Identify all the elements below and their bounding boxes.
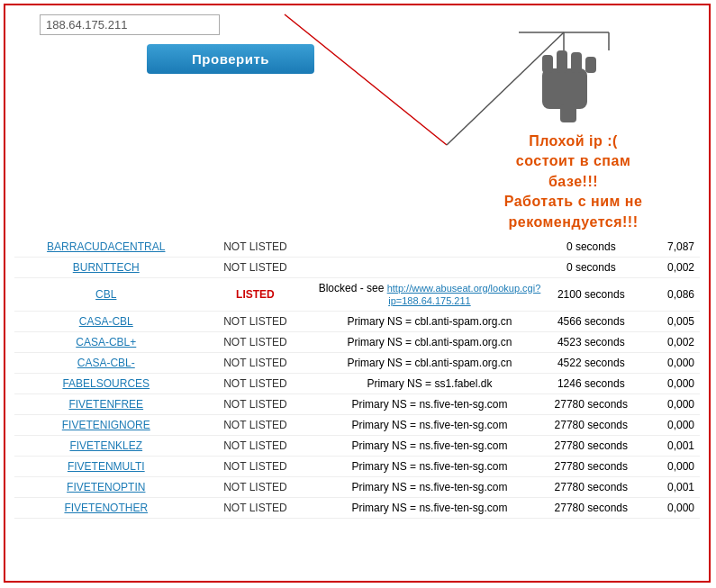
table-row: BURNTTECHNOT LISTED0 seconds0,002 xyxy=(14,257,700,277)
row-time: 4523 seconds xyxy=(547,331,636,352)
row-status: NOT LISTED xyxy=(198,414,313,435)
row-status: NOT LISTED xyxy=(198,257,313,277)
results-table: BARRACUDACENTRALNOT LISTED0 seconds7,087… xyxy=(14,237,700,519)
table-row: FIVETENOPTINNOT LISTEDPrimary NS = ns.fi… xyxy=(14,476,700,497)
row-status: LISTED xyxy=(198,277,313,311)
svg-rect-8 xyxy=(557,50,567,73)
row-info: Primary NS = ns.five-ten-sg.com xyxy=(313,476,546,497)
table-row: FABELSOURCESNOT LISTEDPrimary NS = ss1.f… xyxy=(14,373,700,394)
row-time: 0 seconds xyxy=(547,237,636,258)
ip-row xyxy=(32,14,447,35)
row-time: 27780 seconds xyxy=(547,394,636,414)
check-button[interactable]: Проверить xyxy=(147,44,314,74)
table-row: CASA-CBLNOT LISTEDPrimary NS = cbl.anti-… xyxy=(14,311,700,331)
row-score: 0,000 xyxy=(636,456,700,476)
right-section: Плохой ip :( состоит в спам базе!!! Рабо… xyxy=(447,14,700,232)
row-status: NOT LISTED xyxy=(198,311,313,331)
row-status: NOT LISTED xyxy=(198,331,313,352)
table-row: CBLLISTEDBlocked - see http://www.abusea… xyxy=(14,277,700,311)
row-score: 0,002 xyxy=(636,257,700,277)
main-container: Проверить Плохой ip : xyxy=(4,4,711,583)
table-container: BARRACUDACENTRALNOT LISTED0 seconds7,087… xyxy=(5,237,709,519)
row-name-link[interactable]: FABELSOURCES xyxy=(62,377,150,390)
row-time: 4522 seconds xyxy=(547,352,636,373)
row-info: Primary NS = cbl.anti-spam.org.cn xyxy=(313,311,546,331)
row-time: 2100 seconds xyxy=(547,277,636,311)
table-row: CASA-CBL+NOT LISTEDPrimary NS = cbl.anti… xyxy=(14,331,700,352)
row-name-link[interactable]: BARRACUDACENTRAL xyxy=(47,240,165,253)
row-info: Primary NS = ns.five-ten-sg.com xyxy=(313,435,546,456)
bad-ip-text: Плохой ip :( состоит в спам базе!!! Рабо… xyxy=(504,131,643,232)
table-row: FIVETENIGNORENOT LISTEDPrimary NS = ns.f… xyxy=(14,414,700,435)
thumbs-down-icon xyxy=(515,19,632,127)
row-name-link[interactable]: CASA-CBL- xyxy=(77,357,135,369)
row-name-link[interactable]: FIVETENOTHER xyxy=(64,502,148,514)
row-name-link[interactable]: CASA-CBL xyxy=(79,315,133,328)
row-score: 0,001 xyxy=(636,476,700,497)
row-info: Primary NS = ss1.fabel.dk xyxy=(313,373,546,394)
row-time: 27780 seconds xyxy=(547,476,636,497)
row-score: 0,000 xyxy=(636,497,700,518)
row-name-link[interactable]: FIVETENOPTIN xyxy=(67,481,145,493)
row-time: 27780 seconds xyxy=(547,497,636,518)
row-status: NOT LISTED xyxy=(198,352,313,373)
row-score: 0,000 xyxy=(636,352,700,373)
row-status: NOT LISTED xyxy=(198,456,313,476)
row-status: NOT LISTED xyxy=(198,394,313,414)
row-score: 0,086 xyxy=(636,277,700,311)
row-info xyxy=(313,257,546,277)
table-row: BARRACUDACENTRALNOT LISTED0 seconds7,087 xyxy=(14,237,700,258)
row-info: Primary NS = cbl.anti-spam.org.cn xyxy=(313,352,546,373)
table-row: FIVETENOTHERNOT LISTEDPrimary NS = ns.fi… xyxy=(14,497,700,518)
row-info: Primary NS = ns.five-ten-sg.com xyxy=(313,414,546,435)
row-info: Primary NS = cbl.anti-spam.org.cn xyxy=(313,331,546,352)
row-name-link[interactable]: FIVETENFREE xyxy=(68,398,143,411)
ip-input[interactable] xyxy=(40,14,220,35)
row-time: 27780 seconds xyxy=(547,414,636,435)
row-score: 0,000 xyxy=(636,373,700,394)
svg-rect-10 xyxy=(585,57,596,73)
table-row: CASA-CBL-NOT LISTEDPrimary NS = cbl.anti… xyxy=(14,352,700,373)
row-name-link[interactable]: FIVETENIGNORE xyxy=(62,419,150,431)
cbl-info-link[interactable]: http://www.abuseat.org/lookup.cgi?ip=188… xyxy=(387,283,541,306)
svg-rect-5 xyxy=(542,68,587,109)
row-time: 1246 seconds xyxy=(547,373,636,394)
row-name-link[interactable]: BURNTTECH xyxy=(73,261,140,274)
row-time: 27780 seconds xyxy=(547,435,636,456)
row-time: 27780 seconds xyxy=(547,456,636,476)
svg-rect-7 xyxy=(542,55,553,73)
row-score: 0,002 xyxy=(636,331,700,352)
row-info: Primary NS = ns.five-ten-sg.com xyxy=(313,394,546,414)
row-status: NOT LISTED xyxy=(198,373,313,394)
left-form: Проверить xyxy=(14,14,447,83)
table-row: FIVETENFREENOT LISTEDPrimary NS = ns.fiv… xyxy=(14,394,700,414)
row-info xyxy=(313,237,546,258)
row-name-link[interactable]: FIVETENKLEZ xyxy=(69,439,142,452)
row-score: 0,005 xyxy=(636,311,700,331)
row-score: 0,000 xyxy=(636,414,700,435)
row-info: Blocked - see http://www.abuseat.org/loo… xyxy=(313,277,546,311)
row-time: 4566 seconds xyxy=(547,311,636,331)
row-score: 7,087 xyxy=(636,237,700,258)
table-row: FIVETENMULTINOT LISTEDPrimary NS = ns.fi… xyxy=(14,456,700,476)
row-status: NOT LISTED xyxy=(198,497,313,518)
row-name-link[interactable]: CBL xyxy=(95,288,116,301)
row-name-link[interactable]: CASA-CBL+ xyxy=(76,336,136,348)
row-score: 0,000 xyxy=(636,394,700,414)
row-info: Primary NS = ns.five-ten-sg.com xyxy=(313,456,546,476)
svg-rect-9 xyxy=(571,52,582,73)
svg-rect-6 xyxy=(560,104,576,122)
row-status: NOT LISTED xyxy=(198,476,313,497)
row-info: Primary NS = ns.five-ten-sg.com xyxy=(313,497,546,518)
row-name-link[interactable]: FIVETENMULTI xyxy=(68,460,145,473)
row-time: 0 seconds xyxy=(547,257,636,277)
row-score: 0,001 xyxy=(636,435,700,456)
row-status: NOT LISTED xyxy=(198,237,313,258)
row-status: NOT LISTED xyxy=(198,435,313,456)
table-row: FIVETENKLEZNOT LISTEDPrimary NS = ns.fiv… xyxy=(14,435,700,456)
